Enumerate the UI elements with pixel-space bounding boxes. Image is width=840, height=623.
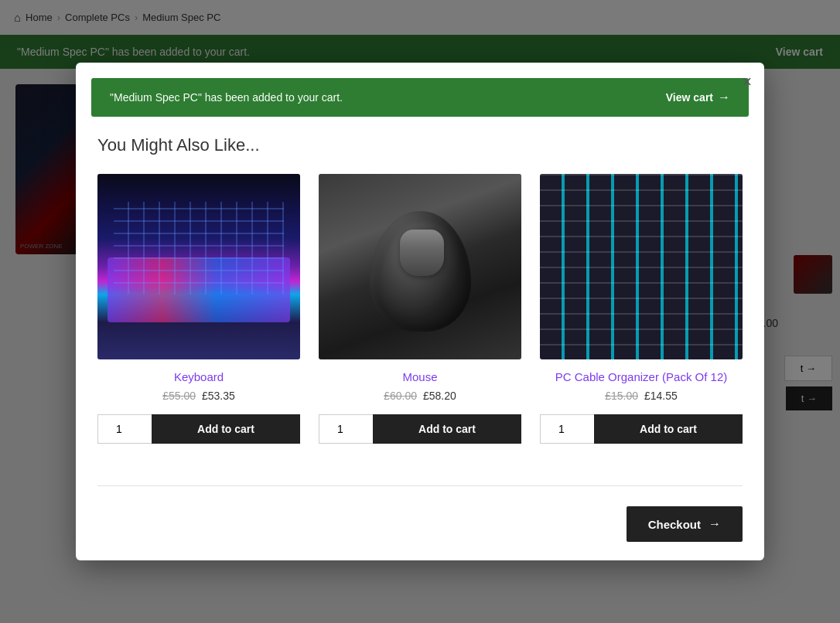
original-price-mouse: £60.00 (384, 390, 417, 402)
product-card-cable-organizer: PC Cable Organizer (Pack Of 12) £15.00 £… (540, 174, 743, 444)
checkout-label: Checkout (648, 518, 701, 531)
current-price-cable-organizer: £14.55 (644, 390, 678, 402)
product-name-cable-organizer[interactable]: PC Cable Organizer (Pack Of 12) (555, 370, 728, 383)
add-to-cart-keyboard[interactable]: Add to cart (152, 414, 300, 444)
mouse-image (319, 174, 521, 359)
modal-close-button[interactable]: × (742, 73, 752, 90)
modal-notification-bar: "Medium Spec PC" has been added to your … (91, 78, 749, 117)
product-image-keyboard (97, 174, 300, 359)
qty-input-mouse[interactable] (319, 414, 373, 444)
modal-divider (97, 485, 743, 486)
original-price-keyboard: £55.00 (162, 390, 196, 402)
add-to-cart-cable-organizer[interactable]: Add to cart (594, 414, 743, 444)
qty-input-keyboard[interactable] (97, 414, 152, 444)
modal-view-cart-link[interactable]: View cart → (666, 90, 730, 104)
add-to-cart-mouse[interactable]: Add to cart (373, 414, 521, 444)
product-actions-mouse: Add to cart (319, 414, 521, 444)
product-image-cable-organizer (540, 174, 743, 359)
cable-organizer-image (540, 174, 743, 359)
modal-view-cart-label: View cart (666, 91, 713, 104)
modal-notification-text: "Medium Spec PC" has been added to your … (110, 91, 343, 104)
product-name-keyboard[interactable]: Keyboard (174, 370, 224, 383)
modal-footer: Checkout → (76, 494, 764, 560)
product-pricing-mouse: £60.00 £58.20 (384, 390, 456, 402)
checkout-arrow-icon: → (709, 517, 721, 531)
product-name-mouse[interactable]: Mouse (402, 370, 437, 383)
qty-input-cable-organizer[interactable] (540, 414, 594, 444)
product-card-mouse: Mouse £60.00 £58.20 Add to cart (319, 174, 521, 444)
keyboard-image (97, 174, 300, 359)
product-card-keyboard: Keyboard £55.00 £53.35 Add to cart (97, 174, 300, 444)
modal-dialog: × "Medium Spec PC" has been added to you… (76, 63, 764, 560)
section-title: You Might Also Like... (97, 135, 743, 155)
product-actions-keyboard: Add to cart (97, 414, 300, 444)
products-grid: Keyboard £55.00 £53.35 Add to cart (97, 174, 743, 444)
original-price-cable-organizer: £15.00 (605, 390, 638, 402)
product-pricing-cable-organizer: £15.00 £14.55 (605, 390, 678, 402)
checkout-button[interactable]: Checkout → (627, 506, 743, 542)
product-actions-cable-organizer: Add to cart (540, 414, 743, 444)
current-price-keyboard: £53.35 (202, 390, 235, 402)
product-pricing-keyboard: £55.00 £53.35 (162, 390, 235, 402)
current-price-mouse: £58.20 (423, 390, 456, 402)
modal-overlay: × "Medium Spec PC" has been added to you… (0, 0, 840, 623)
view-cart-arrow-icon: → (718, 90, 730, 104)
modal-body: You Might Also Like... Keyboard £55.00 £… (76, 117, 764, 478)
product-image-mouse (319, 174, 521, 359)
